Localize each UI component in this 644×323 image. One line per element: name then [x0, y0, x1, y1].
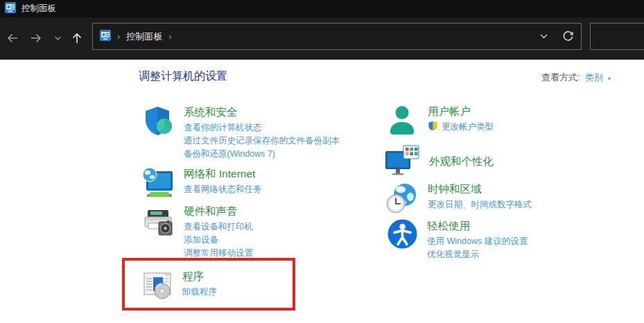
link-backup-restore-win7[interactable]: 备份和还原(Windows 7) [184, 148, 340, 161]
breadcrumb-separator[interactable]: › [168, 31, 171, 42]
user-accounts-icon[interactable] [385, 104, 419, 140]
view-by-caret-icon[interactable]: ▾ [608, 74, 611, 82]
category-title-clock-region[interactable]: 时钟和区域 [428, 182, 532, 196]
window-title: 控制面板 [21, 3, 56, 15]
window-titlebar: 控制面板 [0, 0, 644, 17]
programs-disc-icon[interactable] [141, 269, 173, 304]
category-appearance-personalization: 外观和个性化 [384, 144, 494, 182]
link-windows-suggested-settings[interactable]: 使用 Windows 建议的设置 [427, 235, 528, 248]
navigation-bar: › 控制面板 › [0, 17, 644, 60]
arrow-left-icon [6, 32, 19, 44]
view-by-label: 查看方式: [541, 71, 580, 84]
link-adjust-mobility-settings[interactable]: 调整常用移动设置 [184, 247, 253, 260]
link-change-date-time-format[interactable]: 更改日期、时间或数字格式 [428, 198, 532, 211]
view-by-control: 查看方式: 类别 ▾ [541, 71, 611, 84]
category-title-ease-of-access[interactable]: 轻松使用 [427, 218, 528, 233]
category-title-appearance[interactable]: 外观和个性化 [429, 154, 494, 168]
address-dropdown-chevron-icon[interactable] [539, 32, 548, 41]
search-input[interactable] [590, 23, 644, 50]
uac-shield-icon [428, 121, 438, 134]
control-panel-icon [5, 2, 16, 16]
control-panel-icon [100, 30, 111, 44]
back-button[interactable] [5, 30, 20, 46]
chevron-down-icon [54, 35, 62, 42]
control-panel-home: 调整计算机的设置 查看方式: 类别 ▾ 系统和安全 查看你的计算机状态 通过文件… [0, 60, 644, 323]
link-view-network-status[interactable]: 查看网络状态和任务 [184, 183, 262, 196]
link-add-device[interactable]: 添加设备 [184, 234, 253, 247]
category-title-network-internet[interactable]: 网络和 Internet [184, 166, 262, 181]
address-bar[interactable]: › 控制面板 › [92, 23, 582, 50]
clock-region-icon[interactable] [385, 182, 419, 218]
up-button[interactable] [69, 30, 85, 46]
category-hardware-sound: 硬件和声音 查看设备和打印机 添加设备 调整常用移动设置 [141, 204, 253, 260]
arrow-right-icon [30, 32, 42, 44]
arrow-up-icon [71, 32, 83, 44]
category-programs: 程序 卸载程序 [141, 269, 217, 304]
refresh-icon[interactable] [562, 30, 574, 42]
breadcrumb-separator: › [117, 31, 120, 42]
category-clock-region: 时钟和区域 更改日期、时间或数字格式 [385, 182, 532, 218]
recent-locations-button[interactable] [50, 30, 65, 46]
link-check-computer-status[interactable]: 查看你的计算机状态 [184, 121, 340, 134]
link-optimize-visual-display[interactable]: 优化视觉显示 [427, 248, 528, 261]
appearance-personalization-icon[interactable] [384, 144, 420, 182]
category-title-programs[interactable]: 程序 [182, 269, 217, 283]
forward-button[interactable] [28, 30, 44, 46]
category-title-system-security[interactable]: 系统和安全 [184, 105, 340, 119]
category-system-security: 系统和安全 查看你的计算机状态 通过文件历史记录保存你的文件备份副本 备份和还原… [141, 105, 340, 161]
category-network-internet: 网络和 Internet 查看网络状态和任务 [141, 166, 262, 202]
network-monitor-globe-icon[interactable] [141, 166, 175, 202]
category-title-user-accounts[interactable]: 用户帐户 [428, 104, 494, 119]
printer-speaker-icon[interactable] [141, 204, 175, 260]
category-title-hardware-sound[interactable]: 硬件和声音 [184, 204, 253, 218]
view-by-value[interactable]: 类别 [585, 71, 603, 84]
link-view-devices-printers[interactable]: 查看设备和打印机 [184, 220, 253, 234]
ease-of-access-icon[interactable] [387, 218, 418, 261]
breadcrumb-control-panel[interactable]: 控制面板 [126, 30, 162, 43]
link-change-account-type[interactable]: 更改帐户类型 [442, 121, 494, 134]
page-title: 调整计算机的设置 [139, 69, 227, 84]
link-file-history-backup[interactable]: 通过文件历史记录保存你的文件备份副本 [184, 134, 340, 148]
category-ease-of-access: 轻松使用 使用 Windows 建议的设置 优化视觉显示 [387, 218, 528, 261]
link-uninstall-program[interactable]: 卸载程序 [182, 286, 217, 299]
system-security-shield-icon[interactable] [141, 105, 175, 161]
category-user-accounts: 用户帐户 更改帐户类型 [385, 104, 494, 140]
